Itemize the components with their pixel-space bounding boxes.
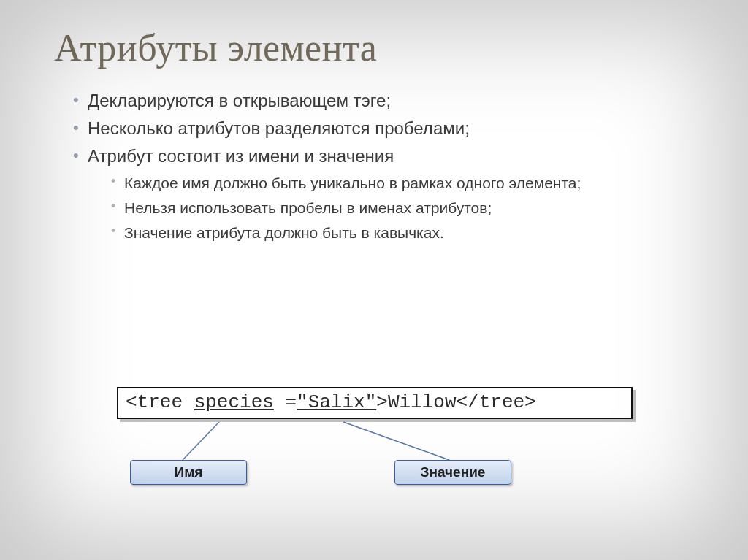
- bullet-text: Несколько атрибутов разделяются пробелам…: [88, 118, 470, 138]
- code-text: <tree species ="Salix">Willow</tree>: [126, 391, 536, 413]
- bullet-text: Декларируются в открывающем тэге;: [88, 91, 391, 110]
- code-box: <tree species ="Salix">Willow</tree>: [117, 387, 633, 419]
- svg-line-0: [183, 422, 219, 460]
- label-value-text: Значение: [421, 464, 486, 480]
- sub-bullet-text: Значение атрибута должно быть в кавычках…: [124, 224, 444, 241]
- bullet-item: Атрибут состоит из имени и значения Кажд…: [73, 144, 694, 244]
- sub-bullet-text: Каждое имя должно быть уникально в рамка…: [124, 174, 581, 191]
- code-example-area: <tree species ="Salix">Willow</tree> Имя…: [117, 387, 633, 492]
- bullet-item: Несколько атрибутов разделяются пробелам…: [73, 116, 694, 141]
- sub-bullet-item: Значение атрибута должно быть в кавычках…: [111, 221, 694, 244]
- sub-bullet-item: Нельзя использовать пробелы в именах атр…: [111, 196, 694, 219]
- code-part: <tree: [126, 391, 194, 413]
- label-name-box: Имя: [130, 460, 247, 485]
- code-part: >Willow</tree>: [376, 391, 535, 413]
- svg-line-1: [343, 422, 449, 460]
- slide: Атрибуты элемента Декларируются в открыв…: [0, 0, 748, 560]
- sub-bullet-list: Каждое имя должно быть уникально в рамка…: [88, 172, 694, 244]
- label-name-text: Имя: [175, 464, 203, 480]
- bullet-list: Декларируются в открывающем тэге; Нескол…: [54, 88, 694, 244]
- sub-bullet-item: Каждое имя должно быть уникально в рамка…: [111, 172, 694, 194]
- bullet-text: Атрибут состоит из имени и значения: [88, 146, 394, 166]
- sub-bullet-text: Нельзя использовать пробелы в именах атр…: [124, 199, 492, 216]
- code-attr-value: "Salix": [297, 391, 376, 413]
- bullet-item: Декларируются в открывающем тэге;: [73, 88, 694, 113]
- code-attr-name: species: [194, 391, 274, 413]
- labels-area: Имя Значение: [117, 419, 633, 492]
- label-value-box: Значение: [394, 460, 511, 485]
- slide-title: Атрибуты элемента: [54, 26, 694, 69]
- code-part: =: [274, 391, 297, 413]
